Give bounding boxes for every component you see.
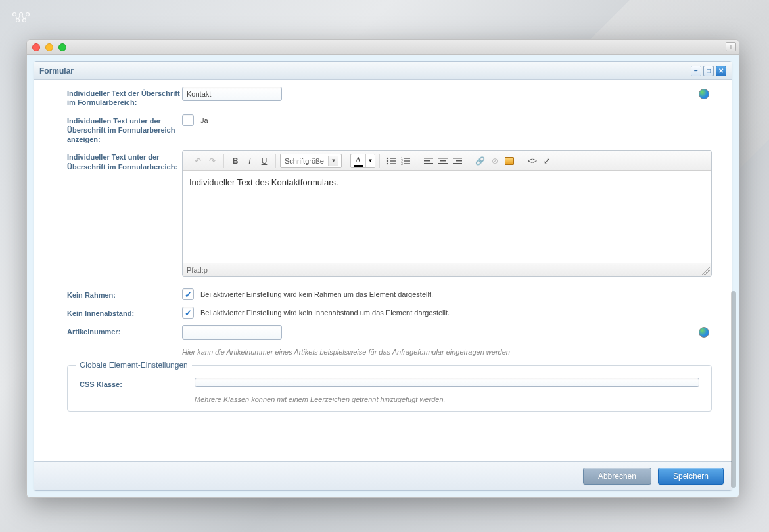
article-no-label: Artikelnummer: (67, 325, 182, 336)
svg-point-9 (387, 158, 388, 159)
svg-rect-12 (390, 160, 396, 161)
svg-line-5 (16, 16, 17, 19)
global-settings-fieldset: Globale Element-Einstellungen CSS Klasse… (67, 365, 712, 412)
underline-button[interactable]: U (257, 154, 271, 168)
svg-rect-16 (404, 158, 410, 158)
rich-text-editor: ↶ ↷ B I U Schriftgröß (182, 150, 712, 277)
numbered-list-button[interactable]: 123 (398, 154, 413, 168)
bullet-list-button[interactable] (384, 154, 398, 168)
subtext-label: Individueller Text unter der Überschrift… (67, 150, 182, 171)
svg-rect-14 (390, 163, 396, 164)
chevron-down-icon: ▼ (365, 154, 375, 167)
css-class-label: CSS Klasse: (80, 378, 195, 389)
show-subtext-checkbox[interactable] (182, 114, 194, 126)
css-class-input[interactable] (195, 378, 699, 387)
bold-button[interactable]: B (228, 154, 243, 168)
image-icon (505, 157, 514, 165)
resize-grip-icon[interactable] (702, 267, 710, 275)
no-padding-label: Kein Innenabstand: (67, 307, 182, 318)
link-button[interactable]: 🔗 (473, 154, 488, 168)
app-logo-icon (12, 12, 30, 25)
svg-rect-27 (453, 158, 462, 159)
svg-rect-24 (438, 158, 448, 159)
scrollbar-thumb[interactable] (731, 291, 736, 488)
font-size-select[interactable]: Schriftgröße ▼ (280, 154, 342, 168)
window-minimize-button[interactable] (45, 43, 53, 51)
panel-minimize-button[interactable]: − (691, 66, 701, 76)
svg-point-4 (23, 19, 26, 22)
panel-maximize-button[interactable]: □ (703, 66, 714, 76)
formular-panel: Formular − □ ✕ Individueller Text der Üb… (34, 61, 732, 491)
no-border-label: Kein Rahmen: (67, 288, 182, 299)
redo-button[interactable]: ↷ (205, 154, 220, 168)
svg-line-7 (22, 16, 24, 19)
cancel-button[interactable]: Abbrechen (583, 468, 651, 485)
source-button[interactable]: <> (525, 154, 540, 168)
italic-button[interactable]: I (243, 154, 257, 168)
no-border-checkbox[interactable] (182, 288, 194, 300)
panel-footer: Abbrechen Speichern (34, 461, 732, 490)
heading-label: Individueller Text der Überschrift im Fo… (67, 87, 182, 108)
align-right-button[interactable] (450, 154, 465, 168)
panel-header: Formular − □ ✕ (34, 62, 732, 80)
editor-content[interactable]: Individueller Text des Kontaktformulars. (183, 171, 711, 263)
scrollbar[interactable] (731, 133, 736, 488)
window-zoom-button[interactable] (58, 43, 66, 51)
window-close-button[interactable] (32, 43, 40, 51)
fullscreen-button[interactable]: ⤢ (540, 154, 554, 168)
globe-icon[interactable] (699, 89, 709, 99)
svg-text:3: 3 (401, 162, 403, 165)
svg-rect-20 (404, 163, 410, 164)
align-center-button[interactable] (436, 154, 450, 168)
css-class-hint: Mehrere Klassen können mit einem Leerzei… (195, 395, 699, 403)
svg-rect-29 (453, 163, 462, 164)
globe-icon[interactable] (699, 327, 709, 338)
svg-rect-23 (424, 163, 433, 164)
add-tab-button[interactable]: + (726, 42, 736, 51)
app-window: + Formular − □ ✕ Individueller Text der … (26, 39, 739, 498)
heading-input[interactable] (182, 87, 282, 101)
svg-point-0 (13, 13, 16, 16)
show-subtext-label: Individuellen Text unter der Überschrift… (67, 114, 182, 144)
svg-point-3 (16, 19, 20, 22)
svg-rect-26 (438, 163, 448, 164)
svg-point-2 (26, 13, 30, 16)
unlink-button[interactable]: ⊘ (488, 154, 502, 168)
svg-rect-22 (424, 160, 430, 162)
editor-path: p (204, 266, 208, 274)
no-padding-checkbox[interactable] (182, 307, 194, 319)
show-subtext-value: Ja (200, 114, 208, 124)
text-color-button[interactable]: A ▼ (350, 154, 375, 168)
svg-point-1 (20, 13, 23, 16)
svg-rect-18 (404, 160, 410, 161)
article-no-input[interactable] (182, 325, 282, 340)
svg-rect-25 (440, 160, 446, 162)
svg-line-8 (25, 16, 26, 19)
global-settings-legend: Globale Element-Einstellungen (76, 361, 192, 370)
panel-title: Formular (39, 66, 74, 76)
no-padding-hint: Bei aktivierter Einstellung wird kein In… (200, 307, 450, 317)
svg-line-6 (18, 16, 20, 19)
editor-statusbar: Pfad: p (183, 263, 711, 276)
chevron-down-icon: ▼ (328, 156, 338, 166)
svg-point-11 (387, 160, 388, 162)
no-border-hint: Bei aktivierter Einstellung wird kein Ra… (200, 288, 433, 298)
save-button[interactable]: Speichern (658, 468, 724, 485)
svg-rect-28 (456, 160, 462, 162)
svg-point-13 (387, 163, 388, 164)
align-left-button[interactable] (421, 154, 436, 168)
article-no-hint: Hier kann die Artikelnummer eines Artike… (182, 348, 712, 356)
svg-rect-10 (390, 158, 396, 158)
window-titlebar[interactable]: + (27, 40, 739, 55)
image-button[interactable] (502, 154, 517, 168)
panel-close-button[interactable]: ✕ (716, 66, 726, 76)
undo-button[interactable]: ↶ (191, 154, 205, 168)
svg-rect-21 (424, 158, 433, 159)
